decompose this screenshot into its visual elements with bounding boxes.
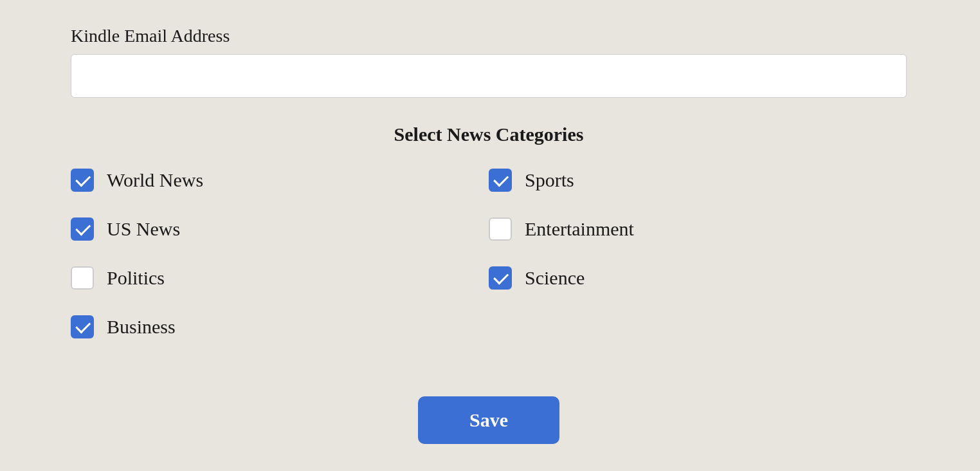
categories-grid: World NewsUS NewsPoliticsBusiness Sports… [71,169,907,364]
checkbox-label-business: Business [107,316,176,338]
checkbox-politics[interactable] [71,266,94,290]
checkbox-item-science[interactable]: Science [489,266,907,290]
checkbox-item-entertainment[interactable]: Entertainment [489,217,907,241]
checkbox-item-sports[interactable]: Sports [489,169,907,192]
kindle-email-label: Kindle Email Address [71,26,230,46]
checkbox-label-sports: Sports [525,169,574,191]
checkbox-world-news[interactable] [71,169,94,192]
checkbox-sports[interactable] [489,169,512,192]
save-button[interactable]: Save [418,396,559,444]
checkbox-item-us-news[interactable]: US News [71,217,489,241]
checkbox-label-politics: Politics [107,267,165,289]
checkbox-label-science: Science [525,267,585,289]
checkbox-label-world-news: World News [107,169,203,191]
section-title: Select News Categories [71,124,907,145]
save-container: Save [71,396,907,444]
checkbox-us-news[interactable] [71,217,94,241]
checkbox-item-business[interactable]: Business [71,315,489,338]
checkbox-item-world-news[interactable]: World News [71,169,489,192]
kindle-email-input[interactable] [71,54,907,98]
checkbox-science[interactable] [489,266,512,290]
checkbox-label-entertainment: Entertainment [525,218,634,240]
checkbox-entertainment[interactable] [489,217,512,241]
checkbox-label-us-news: US News [107,218,180,240]
checkbox-business[interactable] [71,315,94,338]
categories-left-column: World NewsUS NewsPoliticsBusiness [71,169,489,364]
categories-right-column: SportsEntertainmentScience [489,169,907,364]
checkbox-item-politics[interactable]: Politics [71,266,489,290]
